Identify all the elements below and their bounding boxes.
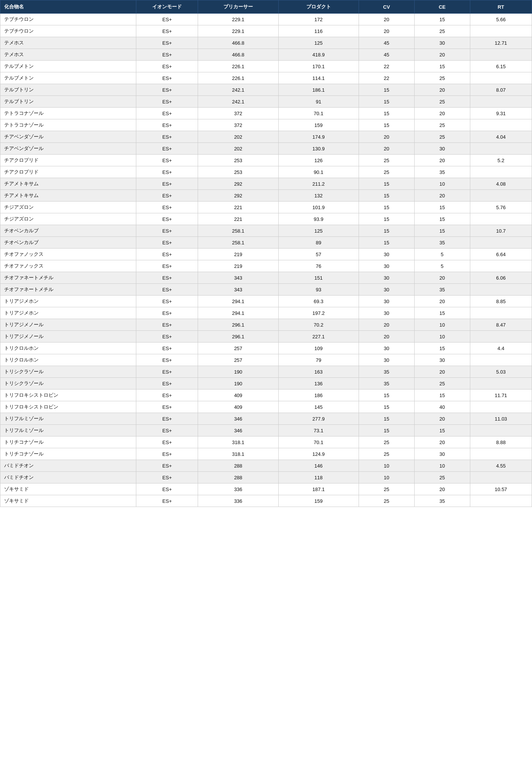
cell-name: トリチコナゾール: [0, 448, 136, 460]
cell-precursor: 346: [198, 413, 278, 425]
cell-product: 172: [278, 14, 359, 25]
cell-ion_mode: ES+: [136, 436, 198, 448]
cell-cv: 30: [359, 296, 414, 307]
col-header-ion-mode: イオンモード: [136, 0, 198, 14]
cell-precursor: 343: [198, 284, 278, 296]
table-row: テルブトリンES+242.1186.115208.07: [0, 84, 532, 96]
table-row: チオベンカルブES+258.1125151510.7: [0, 225, 532, 237]
cell-product: 76: [278, 260, 359, 272]
cell-ion_mode: ES+: [136, 178, 198, 190]
cell-cv: 20: [359, 319, 414, 331]
cell-rt: 5.2: [470, 155, 532, 166]
cell-ion_mode: ES+: [136, 401, 198, 413]
cell-ce: 20: [414, 84, 470, 96]
cell-precursor: 219: [198, 249, 278, 260]
cell-rt: [470, 25, 532, 37]
cell-ion_mode: ES+: [136, 119, 198, 131]
cell-cv: 10: [359, 472, 414, 483]
cell-cv: 30: [359, 343, 414, 354]
cell-ce: 35: [414, 284, 470, 296]
cell-rt: [470, 284, 532, 296]
cell-precursor: 372: [198, 119, 278, 131]
cell-ce: 20: [414, 272, 470, 284]
table-row: バミドチオンES+28814610104.55: [0, 460, 532, 472]
cell-name: チアベンダゾール: [0, 143, 136, 155]
cell-name: トリフロキシストロビン: [0, 390, 136, 401]
cell-name: テトラコナゾール: [0, 119, 136, 131]
cell-product: 90.1: [278, 166, 359, 178]
cell-rt: [470, 72, 532, 84]
cell-ce: 5: [414, 249, 470, 260]
cell-ce: 40: [414, 401, 470, 413]
cell-name: チオベンカルブ: [0, 225, 136, 237]
cell-precursor: 409: [198, 390, 278, 401]
cell-name: テルブメトン: [0, 72, 136, 84]
cell-ion_mode: ES+: [136, 25, 198, 37]
cell-cv: 45: [359, 49, 414, 61]
cell-ce: 15: [414, 343, 470, 354]
cell-ion_mode: ES+: [136, 49, 198, 61]
cell-precursor: 296.1: [198, 319, 278, 331]
table-row: トリシクラゾールES+19016335205.03: [0, 366, 532, 378]
table-row: テブチウロンES+229.117220155.66: [0, 14, 532, 25]
cell-ion_mode: ES+: [136, 425, 198, 436]
cell-ion_mode: ES+: [136, 296, 198, 307]
cell-ion_mode: ES+: [136, 143, 198, 155]
table-row: テルブメトンES+226.1170.122156.15: [0, 61, 532, 72]
cell-ce: 20: [414, 296, 470, 307]
cell-name: トリアジメノール: [0, 331, 136, 343]
cell-ce: 20: [414, 366, 470, 378]
cell-cv: 20: [359, 331, 414, 343]
cell-ion_mode: ES+: [136, 14, 198, 25]
cell-ion_mode: ES+: [136, 96, 198, 108]
cell-name: テルブメトン: [0, 61, 136, 72]
cell-product: 70.1: [278, 436, 359, 448]
cell-name: トリフロキシストロビン: [0, 401, 136, 413]
cell-product: 79: [278, 354, 359, 366]
cell-product: 118: [278, 472, 359, 483]
cell-cv: 35: [359, 366, 414, 378]
cell-cv: 20: [359, 143, 414, 155]
table-row: チアクロプリドES+25390.12535: [0, 166, 532, 178]
cell-ce: 25: [414, 96, 470, 108]
cell-rt: [470, 260, 532, 272]
cell-product: 89: [278, 237, 359, 249]
cell-rt: [470, 307, 532, 319]
cell-name: トリシクラゾール: [0, 366, 136, 378]
cell-ion_mode: ES+: [136, 413, 198, 425]
cell-ce: 25: [414, 472, 470, 483]
cell-precursor: 466.8: [198, 49, 278, 61]
cell-precursor: 336: [198, 483, 278, 495]
cell-rt: 4.55: [470, 460, 532, 472]
cell-rt: [470, 425, 532, 436]
cell-precursor: 288: [198, 460, 278, 472]
cell-precursor: 294.1: [198, 296, 278, 307]
cell-ce: 10: [414, 331, 470, 343]
cell-precursor: 346: [198, 425, 278, 436]
cell-product: 174.9: [278, 131, 359, 143]
cell-product: 114.1: [278, 72, 359, 84]
cell-ce: 20: [414, 436, 470, 448]
table-row: トリアジメノールES+296.1227.12010: [0, 331, 532, 343]
cell-rt: [470, 213, 532, 225]
cell-cv: 15: [359, 213, 414, 225]
cell-rt: 10.7: [470, 225, 532, 237]
cell-name: トリフルミゾール: [0, 425, 136, 436]
cell-precursor: 336: [198, 495, 278, 507]
cell-name: チアメトキサム: [0, 178, 136, 190]
col-header-precursor: プリカーサー: [198, 0, 278, 14]
cell-ion_mode: ES+: [136, 331, 198, 343]
cell-precursor: 257: [198, 343, 278, 354]
cell-precursor: 466.8: [198, 37, 278, 49]
cell-ce: 20: [414, 49, 470, 61]
cell-product: 101.9: [278, 202, 359, 213]
cell-ce: 10: [414, 178, 470, 190]
cell-ion_mode: ES+: [136, 61, 198, 72]
cell-ion_mode: ES+: [136, 378, 198, 390]
cell-rt: [470, 49, 532, 61]
cell-cv: 30: [359, 307, 414, 319]
cell-cv: 15: [359, 119, 414, 131]
cell-precursor: 318.1: [198, 436, 278, 448]
cell-name: チジアズロン: [0, 202, 136, 213]
cell-name: テメホス: [0, 37, 136, 49]
